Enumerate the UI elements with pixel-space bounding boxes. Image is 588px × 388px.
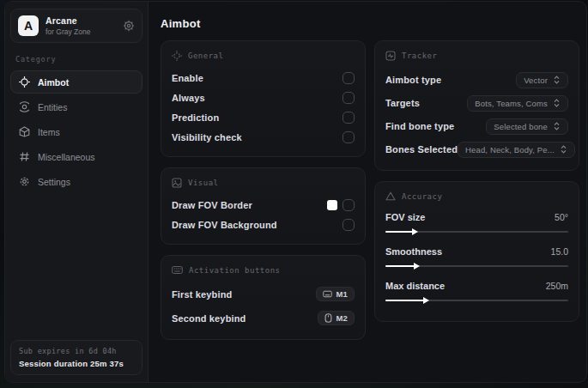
right-column: Tracker Aimbot type Vector [374, 40, 579, 322]
keybind-value: M2 [336, 313, 349, 323]
always-checkbox[interactable] [342, 92, 355, 104]
find-bone-type-dropdown[interactable]: Selected bone [486, 118, 568, 135]
setting-label: First keybind [172, 289, 232, 300]
main-content: Aimbot General [149, 2, 586, 382]
setting-label: Targets [385, 98, 420, 108]
prediction-checkbox[interactable] [342, 112, 355, 124]
slider-fill [385, 231, 413, 233]
smoothness-slider[interactable] [385, 262, 568, 270]
slider-row-max-distance: Max distance 250m [385, 277, 568, 305]
category-label: Category [15, 55, 137, 64]
fov-background-checkbox[interactable] [342, 219, 355, 231]
setting-row-fov-border: Draw FOV Border [172, 196, 355, 215]
sidebar: A Arcane for Gray Zone Category [5, 2, 149, 382]
slider-label: Max distance [385, 281, 445, 291]
slider-fill [385, 300, 424, 301]
visual-header: Visual [188, 179, 219, 187]
setting-row-always: Always [172, 88, 355, 107]
triangle-icon [385, 191, 396, 201]
tracker-card: Tracker Aimbot type Vector [374, 40, 579, 171]
fov-size-slider[interactable] [385, 227, 568, 236]
brand-name: Arcane [45, 15, 116, 26]
brand-logo: A [18, 15, 39, 36]
enable-checkbox[interactable] [342, 72, 355, 84]
fov-border-color-swatch[interactable] [327, 200, 337, 210]
mouse-icon [324, 313, 332, 323]
sidebar-item-label: Items [38, 127, 60, 137]
hash-icon [19, 151, 30, 162]
chevron-up-down-icon [553, 122, 561, 130]
sidebar-item-settings[interactable]: Settings [10, 170, 142, 193]
chevron-up-down-icon [560, 145, 567, 154]
sidebar-item-label: Miscellaneous [38, 152, 95, 162]
setting-row-first-keybind: First keybind M1 [172, 282, 355, 306]
max-distance-slider[interactable] [385, 296, 568, 305]
general-header: General [188, 52, 223, 60]
sidebar-item-miscellaneous[interactable]: Miscellaneous [10, 145, 142, 168]
first-keybind-button[interactable]: M1 [316, 287, 355, 301]
gear-icon[interactable] [123, 20, 135, 32]
setting-label: Visibility check [172, 132, 242, 142]
bones-selected-dropdown[interactable]: Head, Neck, Body, Pe... [458, 142, 575, 158]
activation-card: Activation buttons First keybind [161, 255, 366, 340]
tracker-header: Tracker [402, 52, 437, 60]
activation-header: Activation buttons [189, 266, 281, 275]
setting-row-find-bone-type: Find bone type Selected bone [385, 115, 568, 137]
setting-row-aimbot-type: Aimbot type Vector [385, 69, 568, 91]
visual-card: Visual Draw FOV Border Draw FOV Backgrou… [161, 167, 366, 245]
setting-row-visibility-check: Visibility check [172, 128, 355, 147]
image-icon [172, 178, 182, 188]
setting-row-targets: Targets Bots, Teams, Coms [385, 92, 568, 114]
aimbot-type-dropdown[interactable]: Vector [516, 72, 568, 88]
second-keybind-button[interactable]: M2 [318, 311, 355, 325]
slider-row-fov-size: FOV size 50° [385, 209, 568, 236]
slider-fill [385, 265, 415, 267]
setting-label: Aimbot type [385, 75, 441, 85]
setting-row-fov-background: Draw FOV Background [172, 215, 355, 234]
sidebar-item-entities[interactable]: Entities [10, 95, 142, 118]
dropdown-value: Vector [524, 76, 548, 85]
cube-icon [19, 126, 30, 137]
accuracy-card: Accuracy FOV size 50° [374, 181, 579, 322]
slider-row-smoothness: Smoothness 15.0 [385, 243, 568, 270]
left-column: General Enable Always Prediction [161, 40, 366, 340]
dropdown-value: Selected bone [494, 122, 548, 131]
slider-value: 15.0 [551, 246, 568, 257]
keyboard-icon [172, 265, 183, 275]
setting-row-bones-selected: Bones Selected Head, Neck, Body, Pe... [385, 138, 568, 161]
chevron-up-down-icon [553, 76, 561, 84]
sidebar-item-label: Settings [38, 177, 70, 187]
brand-subtitle: for Gray Zone [45, 27, 116, 36]
targets-dropdown[interactable]: Bots, Teams, Coms [467, 95, 568, 112]
sidebar-item-items[interactable]: Items [10, 120, 142, 143]
setting-label: Draw FOV Border [172, 200, 252, 210]
setting-label: Bones Selected [385, 144, 458, 155]
setting-label: Find bone type [385, 121, 454, 131]
slider-label: FOV size [385, 212, 425, 222]
crosshair-icon [19, 76, 30, 88]
setting-row-prediction: Prediction [172, 108, 355, 127]
sidebar-item-label: Aimbot [38, 77, 69, 88]
fov-border-checkbox[interactable] [342, 199, 355, 211]
dropdown-value: Bots, Teams, Coms [475, 99, 548, 108]
setting-row-second-keybind: Second keybind M2 [172, 306, 355, 330]
sub-expires-text: Sub expires in 6d 04h [19, 347, 134, 355]
brand-card: A Arcane for Gray Zone [10, 9, 142, 43]
activity-icon [385, 51, 396, 61]
session-duration-text: Session duration 25m 37s [19, 359, 134, 368]
setting-label: Prediction [172, 112, 219, 123]
setting-label: Always [172, 93, 205, 103]
keybind-value: M1 [336, 289, 349, 299]
keyboard-icon [323, 290, 332, 298]
sidebar-item-aimbot[interactable]: Aimbot [10, 70, 142, 94]
setting-label: Second keybind [172, 313, 246, 324]
general-card: General Enable Always Prediction [161, 40, 366, 157]
crosshair-dashed-icon [172, 51, 182, 61]
dropdown-value: Head, Neck, Body, Pe... [465, 145, 555, 155]
settings-gear-icon [19, 176, 30, 187]
entities-icon [19, 101, 30, 112]
app-window: A Arcane for Gray Zone Category [4, 1, 587, 383]
setting-row-enable: Enable [172, 69, 355, 88]
visibility-check-checkbox[interactable] [342, 131, 355, 143]
slider-value: 250m [546, 281, 568, 291]
